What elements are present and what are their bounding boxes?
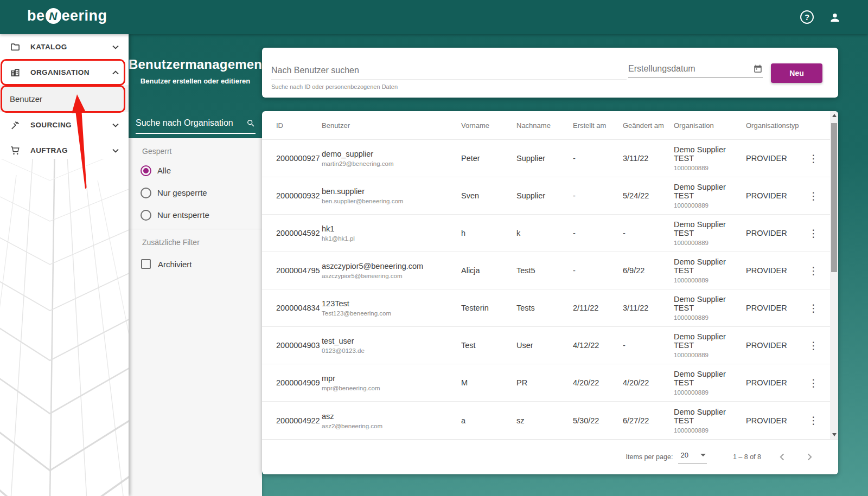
cell-organisation-sub: 1000000889	[674, 202, 746, 209]
column-header-organisation[interactable]: Organisation	[674, 121, 746, 130]
organisation-search[interactable]: Suche nach Organisation	[136, 118, 256, 134]
cell-user-main: mpr	[322, 374, 461, 383]
sidebar-item-auftrag[interactable]: AUFTRAG	[0, 138, 129, 163]
table-row[interactable]: 2000004795aszczypior5@beneering.comaszcz…	[262, 252, 838, 289]
column-header-id[interactable]: ID	[276, 121, 322, 130]
table-row[interactable]: 2000004909mprmpr@beneering.comMPR4/20/22…	[262, 364, 838, 402]
radio-icon[interactable]	[141, 188, 151, 198]
cell-created: 2/11/22	[573, 304, 623, 312]
filter-divider	[129, 229, 262, 229]
table-header-row: ID Benutzer Vorname Nachname Erstellt am…	[262, 111, 838, 140]
cell-user: demo_suppliermartin29@beneering.com	[322, 150, 461, 167]
cell-id: 2000000932	[276, 191, 322, 200]
creation-date-input[interactable]	[628, 64, 753, 74]
cell-modified: 4/20/22	[623, 378, 674, 387]
checkbox-icon[interactable]	[141, 259, 151, 269]
archived-checkbox-row[interactable]: Archiviert	[129, 253, 262, 275]
radio-selected-icon[interactable]	[141, 165, 151, 176]
cell-created: 4/12/22	[573, 341, 623, 350]
row-menu-icon[interactable]: ⋮	[804, 414, 823, 427]
locked-radio-group: AlleNur gesperrteNur entsperrte	[129, 159, 262, 226]
folder-icon	[10, 41, 22, 53]
cell-user: hk1hk1@hk1.pl	[322, 224, 461, 242]
scroll-up-button[interactable]	[830, 111, 838, 120]
radio-option[interactable]: Nur entsperrte	[129, 204, 262, 226]
next-page-button[interactable]	[803, 451, 815, 463]
radio-option[interactable]: Nur gesperrte	[129, 182, 262, 204]
search-icon[interactable]	[246, 119, 256, 128]
new-user-button[interactable]: Neu	[771, 63, 822, 83]
scroll-down-button[interactable]	[830, 430, 838, 439]
column-header-vorname[interactable]: Vorname	[461, 121, 516, 130]
sidebar-item-katalog[interactable]: KATALOG	[0, 34, 129, 60]
cell-user: mprmpr@beneering.com	[322, 374, 461, 391]
sidebar-item-label: AUFTRAG	[30, 146, 68, 154]
user-account-icon[interactable]	[828, 10, 842, 24]
row-menu-icon[interactable]: ⋮	[804, 152, 823, 165]
calendar-icon[interactable]	[753, 64, 763, 74]
row-menu-icon[interactable]: ⋮	[804, 377, 823, 389]
filter-panel: Gesperrt AlleNur gesperrteNur entsperrte…	[129, 138, 262, 496]
help-icon[interactable]: ?	[800, 10, 814, 24]
cell-organisation-sub: 1000000889	[674, 165, 746, 171]
page-title: Benutzermanagement	[129, 57, 262, 72]
column-header-nachname[interactable]: Nachname	[516, 121, 573, 130]
items-per-page-select[interactable]: 20	[678, 451, 706, 463]
cell-org-type: PROVIDER	[746, 266, 797, 275]
archived-checkbox-label: Archiviert	[158, 260, 192, 269]
locked-filter-label: Gesperrt	[142, 147, 262, 156]
column-header-erstellt[interactable]: Erstellt am	[573, 121, 623, 130]
sidebar-item-organisation[interactable]: ORGANISATION	[0, 60, 129, 85]
cell-organisation-sub: 1000000889	[674, 427, 746, 434]
cell-created: -	[573, 266, 623, 275]
table-row[interactable]: 2000004903test_user0123@0123.deTestUser4…	[262, 327, 838, 364]
cell-first-name: Sven	[461, 191, 516, 200]
row-menu-icon[interactable]: ⋮	[804, 227, 823, 240]
radio-icon[interactable]	[141, 210, 151, 221]
sidebar-nav: KATALOG ORGANISATION Benutzer	[0, 34, 129, 496]
cell-id: 2000004909	[276, 378, 322, 387]
radio-label: Nur gesperrte	[157, 188, 207, 197]
cell-first-name: a	[461, 416, 516, 425]
user-table-card: ID Benutzer Vorname Nachname Erstellt am…	[262, 111, 838, 474]
cell-modified: 6/9/22	[623, 266, 674, 275]
chevron-down-icon	[112, 149, 119, 153]
user-search-input[interactable]	[271, 64, 627, 80]
cell-organisation-sub: 1000000889	[674, 314, 746, 321]
main-area: Benutzermanagement Benutzer erstellen od…	[129, 34, 868, 496]
cell-organisation-sub: 1000000889	[674, 389, 746, 396]
cell-user: aszczypior5@beneering.comaszczypior5@ben…	[322, 262, 461, 279]
column-header-benutzer[interactable]: Benutzer	[322, 121, 461, 130]
cell-first-name: Test	[461, 341, 516, 350]
cell-org-type: PROVIDER	[746, 378, 797, 387]
table-row[interactable]: 2000000932ben.supplierben.supplier@benee…	[262, 177, 838, 215]
previous-page-button[interactable]	[776, 451, 788, 463]
row-menu-icon[interactable]: ⋮	[804, 339, 823, 352]
cell-id: 2000004903	[276, 341, 322, 350]
column-header-organisationstyp[interactable]: Organisationstyp	[746, 121, 797, 130]
cell-organisation-sub: 1000000889	[674, 352, 746, 358]
row-menu-icon[interactable]: ⋮	[804, 265, 823, 277]
cell-modified: -	[623, 341, 674, 350]
radio-option[interactable]: Alle	[129, 159, 262, 182]
sidebar-item-sourcing[interactable]: SOURCING	[0, 112, 129, 138]
items-per-page-label: Items per page:	[626, 453, 673, 461]
cell-org-type: PROVIDER	[746, 191, 797, 200]
cell-org-type: PROVIDER	[746, 154, 797, 163]
row-menu-icon[interactable]: ⋮	[804, 302, 823, 314]
table-footer: Items per page: 20 1 – 8 of 8	[262, 439, 838, 474]
cell-organisation: Demo Supplier TEST1000000889	[674, 183, 746, 209]
table-row[interactable]: 2000000927demo_suppliermartin29@beneerin…	[262, 140, 838, 177]
cell-modified: 6/27/22	[623, 416, 674, 425]
sidebar-item-benutzer[interactable]: Benutzer	[0, 85, 129, 112]
table-row[interactable]: 2000004592hk1hk1@hk1.plhk--Demo Supplier…	[262, 215, 838, 252]
row-menu-icon[interactable]: ⋮	[804, 190, 823, 202]
column-header-geaendert[interactable]: Geändert am	[623, 121, 674, 130]
table-row[interactable]: 2000004922aszasz2@beneering.comasz5/30/2…	[262, 402, 838, 439]
vertical-scrollbar[interactable]	[830, 111, 838, 439]
cell-user-main: hk1	[322, 224, 461, 233]
table-row[interactable]: 2000004834123TestTest123@beneering.comTe…	[262, 289, 838, 327]
scrollbar-thumb[interactable]	[831, 123, 837, 272]
cell-organisation-sub: 1000000889	[674, 240, 746, 246]
cell-user-main: asz	[322, 412, 461, 421]
